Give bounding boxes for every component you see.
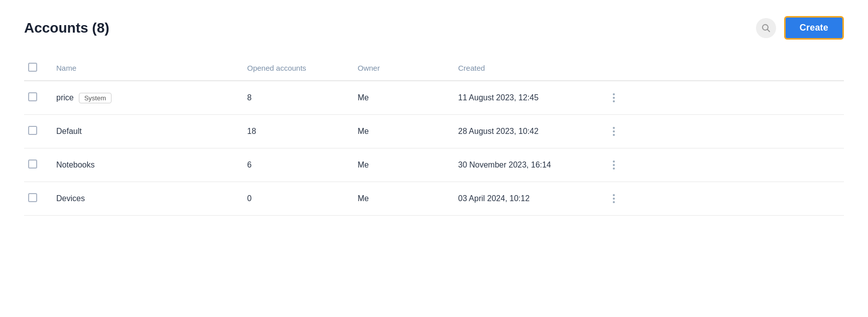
row-checkbox-cell xyxy=(24,182,48,216)
header-owner: Owner xyxy=(350,56,450,81)
row-owner: Me xyxy=(350,115,450,148)
table-row: Notebooks6Me30 November 2023, 16:14 xyxy=(24,148,844,182)
row-select-checkbox[interactable] xyxy=(28,92,37,101)
header-opened-accounts: Opened accounts xyxy=(239,56,350,81)
search-button[interactable] xyxy=(756,18,776,38)
row-name-cell: priceSystem xyxy=(48,81,239,115)
three-dots-icon xyxy=(613,127,615,136)
row-created: 28 August 2023, 10:42 xyxy=(450,115,601,148)
create-button[interactable]: Create xyxy=(784,16,844,40)
row-opened-accounts: 0 xyxy=(239,182,350,216)
svg-line-1 xyxy=(767,29,770,32)
row-opened-accounts: 8 xyxy=(239,81,350,115)
row-select-checkbox[interactable] xyxy=(28,126,37,135)
page-header: Accounts (8) Create xyxy=(24,16,844,40)
row-opened-accounts: 18 xyxy=(239,115,350,148)
row-more-menu-button[interactable] xyxy=(609,158,619,172)
row-name: Default xyxy=(56,127,82,136)
row-owner: Me xyxy=(350,148,450,182)
row-more-menu-button[interactable] xyxy=(609,192,619,205)
header-name: Name xyxy=(48,56,239,81)
page-title: Accounts (8) xyxy=(24,20,110,36)
row-select-checkbox[interactable] xyxy=(28,193,37,202)
row-opened-accounts: 6 xyxy=(239,148,350,182)
row-name: Notebooks xyxy=(56,161,95,170)
table-row: priceSystem8Me11 August 2023, 12:45 xyxy=(24,81,844,115)
row-select-checkbox[interactable] xyxy=(28,160,37,169)
row-name-cell: Notebooks xyxy=(48,148,239,182)
row-more-menu-button[interactable] xyxy=(609,91,619,104)
row-created: 03 April 2024, 10:12 xyxy=(450,182,601,216)
row-checkbox-cell xyxy=(24,148,48,182)
search-icon xyxy=(762,24,771,33)
header-actions: Create xyxy=(756,16,844,40)
row-actions-cell xyxy=(601,148,844,182)
table-row: Devices0Me03 April 2024, 10:12 xyxy=(24,182,844,216)
row-checkbox-cell xyxy=(24,81,48,115)
row-checkbox-cell xyxy=(24,115,48,148)
row-created: 30 November 2023, 16:14 xyxy=(450,148,601,182)
header-actions-col xyxy=(601,56,844,81)
row-actions-cell xyxy=(601,182,844,216)
row-owner: Me xyxy=(350,81,450,115)
row-name: Devices xyxy=(56,194,85,203)
three-dots-icon xyxy=(613,194,615,203)
row-actions-cell xyxy=(601,81,844,115)
table-header-row: Name Opened accounts Owner Created xyxy=(24,56,844,81)
system-badge: System xyxy=(79,93,112,103)
row-name: price xyxy=(56,93,74,102)
accounts-table: Name Opened accounts Owner Created price… xyxy=(24,56,844,216)
table-row: Default18Me28 August 2023, 10:42 xyxy=(24,115,844,148)
three-dots-icon xyxy=(613,161,615,170)
row-name-cell: Default xyxy=(48,115,239,148)
row-owner: Me xyxy=(350,182,450,216)
page-container: Accounts (8) Create Name Opened accounts… xyxy=(0,0,868,317)
row-actions-cell xyxy=(601,115,844,148)
header-checkbox-cell xyxy=(24,56,48,81)
select-all-checkbox[interactable] xyxy=(28,63,37,72)
header-created: Created xyxy=(450,56,601,81)
row-name-cell: Devices xyxy=(48,182,239,216)
three-dots-icon xyxy=(613,93,615,102)
row-created: 11 August 2023, 12:45 xyxy=(450,81,601,115)
row-more-menu-button[interactable] xyxy=(609,125,619,138)
